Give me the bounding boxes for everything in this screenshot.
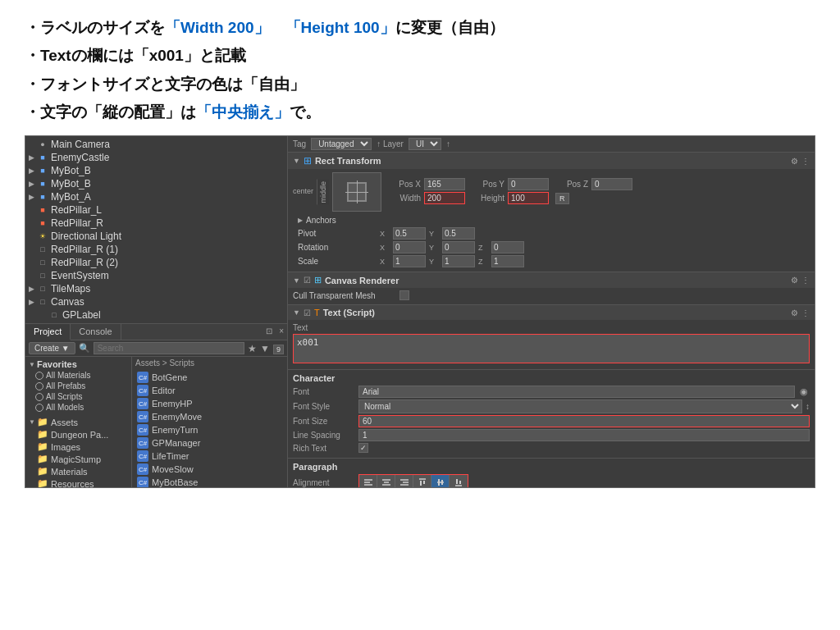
hierarchy-item[interactable]: □EventSystem [25, 269, 287, 282]
file-item[interactable]: C#LifeTimer [135, 450, 284, 463]
hierarchy-item[interactable]: ▶□TileMaps [25, 282, 287, 295]
instruction-line1-prefix: ・ラベルのサイズを [25, 19, 165, 36]
canvas-renderer-header[interactable]: ▼ ☑ ⊞ Canvas Renderer ⚙ ⋮ [288, 272, 815, 288]
tree-all-scripts[interactable]: All Scripts [25, 391, 131, 402]
file-label: EnemyTurn [152, 425, 198, 435]
dungeon-folder[interactable]: 📁 Dungeon Pa... [25, 428, 131, 441]
hierarchy-item[interactable]: ●Main Camera [25, 138, 287, 151]
rect-transform-header[interactable]: ▼ ⊞ Rect Transform ⚙ ⋮ [288, 153, 815, 169]
hierarchy-item[interactable]: ☀Directional Light [25, 230, 287, 243]
pos-z-input[interactable] [591, 178, 632, 190]
instruction-line4-suffix: で。 [290, 103, 321, 121]
hierarchy-item[interactable]: ▶□Canvas [25, 295, 287, 308]
pivot-y-input[interactable] [442, 227, 475, 240]
file-item[interactable]: C#BotGene [135, 371, 284, 384]
tag-dropdown[interactable]: Untagged [311, 138, 372, 150]
pos-z-label: Pos Z [555, 180, 588, 189]
rot-z-input[interactable] [491, 241, 524, 253]
tree-all-materials[interactable]: All Materials [25, 370, 131, 381]
gear-icon[interactable]: ⚙ [791, 157, 798, 166]
create-button[interactable]: Create ▼ [29, 342, 75, 354]
hierarchy-item[interactable]: ■RedPillar_R [25, 217, 287, 230]
resources-folder[interactable]: 📁 Resources [25, 477, 131, 487]
rt-icon: ⊞ [304, 155, 312, 167]
cr-gear-icon[interactable]: ⚙ [791, 276, 798, 285]
folder-icon: 📁 [37, 441, 48, 452]
maximize-icon[interactable]: ⊡ [262, 324, 276, 340]
font-pick-icon[interactable]: ◉ [798, 386, 810, 397]
tree-all-prefabs[interactable]: All Prefabs [25, 381, 131, 391]
text-script-header[interactable]: ▼ ☑ T Text (Script) ⚙ ⋮ [288, 305, 815, 320]
scale-x-input[interactable] [393, 255, 426, 267]
file-item[interactable]: C#EnemyHP [135, 397, 284, 410]
align-left-btn[interactable] [359, 475, 377, 487]
file-item[interactable]: C#GPManager [135, 436, 284, 450]
scale-y-input[interactable] [442, 255, 475, 267]
file-item[interactable]: C#Editor [135, 384, 284, 397]
font-style-dropdown[interactable]: Normal [358, 399, 802, 413]
hierarchy-item[interactable]: ▶■EnemyCastle [25, 151, 287, 164]
align-bottom-btn[interactable] [450, 475, 468, 487]
width-input[interactable] [424, 192, 465, 204]
r-button[interactable]: R [555, 193, 569, 204]
height-input[interactable] [508, 192, 549, 204]
align-center-btn[interactable] [377, 475, 395, 487]
filter-icon[interactable]: ▼ [260, 343, 270, 354]
search-input[interactable] [94, 342, 244, 354]
hier-icon: □ [37, 270, 48, 281]
pos-x-input[interactable] [424, 178, 465, 190]
pos-y-input[interactable] [508, 178, 549, 190]
favorites-header: ▼ Favorites [25, 358, 131, 370]
pivot-x-input[interactable] [393, 227, 426, 240]
hierarchy-item[interactable]: ▶■MyBot_A [25, 190, 287, 203]
settings-icon[interactable]: ⋮ [801, 157, 810, 166]
hierarchy-item[interactable]: ■RedPillar_L [25, 203, 287, 217]
ts-text-area[interactable]: x001 [293, 334, 810, 363]
rot-y-input[interactable] [442, 241, 475, 253]
font-size-input[interactable] [358, 415, 810, 427]
folder-icon: 📁 [37, 466, 48, 477]
ts-gear-icon[interactable]: ⚙ [791, 308, 798, 317]
font-input[interactable] [358, 386, 795, 398]
scale-z-input[interactable] [491, 255, 524, 267]
anchors-header[interactable]: ▶ Anchors [298, 216, 805, 225]
ts-settings-icon[interactable]: ⋮ [801, 308, 810, 317]
instruction-line1: ・ラベルのサイズを「Width 200」 「Height 100」に変更（自由） [25, 15, 815, 41]
hier-icon: □ [48, 309, 60, 321]
scale-row: Scale X Y Z [293, 254, 810, 268]
rich-text-checkbox[interactable]: ✓ [358, 443, 368, 453]
rt-anchor-widget[interactable] [332, 172, 381, 212]
images-folder[interactable]: 📁 Images [25, 441, 131, 453]
magicstump-folder[interactable]: 📁 MagicStump [25, 453, 131, 465]
hierarchy-item[interactable]: □GPLabel [25, 308, 287, 322]
align-top-btn[interactable] [413, 475, 431, 487]
assets-folder[interactable]: ▼ 📁 Assets [25, 416, 131, 428]
scale-label: Scale [298, 257, 380, 266]
hier-icon: ■ [37, 204, 48, 216]
hierarchy-item[interactable]: ▶■MyBot_B [25, 177, 287, 190]
materials-folder[interactable]: 📁 Materials [25, 465, 131, 477]
pos-y-label: Pos Y [472, 180, 504, 189]
star-icon[interactable]: ★ [248, 343, 257, 354]
cull-mesh-checkbox[interactable] [399, 290, 409, 300]
file-item[interactable]: C#EnemyTurn [135, 423, 284, 436]
hierarchy-item[interactable]: □RedPillar_R (2) [25, 256, 287, 269]
file-item[interactable]: C#EnemyMove [135, 410, 284, 423]
file-item[interactable]: C#MyBotBase [135, 476, 284, 487]
file-item[interactable]: C#MoveSlow [135, 463, 284, 476]
tree-all-models[interactable]: All Models [25, 402, 131, 413]
svg-rect-14 [441, 480, 443, 485]
tab-console[interactable]: Console [71, 324, 121, 340]
close-icon[interactable]: × [276, 324, 287, 340]
layer-dropdown[interactable]: UI [409, 138, 441, 150]
rot-x-input[interactable] [393, 241, 426, 253]
align-right-btn[interactable] [395, 475, 413, 487]
cr-settings-icon[interactable]: ⋮ [801, 276, 810, 285]
line-spacing-input[interactable] [358, 429, 810, 441]
hierarchy-item[interactable]: ▶■MyBot_B [25, 164, 287, 177]
inspector-panel: Tag Untagged ↑ Layer UI ↑ ▼ ⊞ Rect Trans… [288, 136, 815, 487]
scale-z-label: Z [478, 258, 488, 266]
align-middle-btn[interactable] [431, 475, 450, 487]
tab-project[interactable]: Project [25, 324, 71, 340]
hierarchy-item[interactable]: □RedPillar_R (1) [25, 243, 287, 256]
